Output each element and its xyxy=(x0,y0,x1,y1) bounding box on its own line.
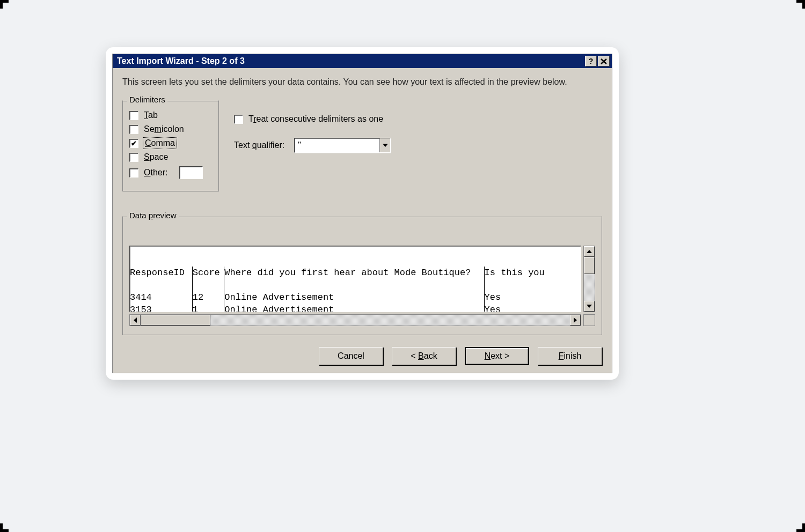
text-qualifier-dropdown-button[interactable] xyxy=(379,138,390,152)
checkbox-other-box[interactable] xyxy=(129,168,138,178)
checkbox-tab-label: Tab xyxy=(144,110,158,120)
text-qualifier-label: Text qualifier: xyxy=(234,141,284,150)
dialog-container: Text Import Wizard - Step 2 of 3 ? This … xyxy=(106,47,619,380)
delimiters-group: Delimiters Tab Semicolon Comma xyxy=(122,100,219,191)
checkbox-semicolon-label: Semicolon xyxy=(144,124,184,134)
arrow-up-icon xyxy=(587,250,592,253)
checkbox-comma-box[interactable] xyxy=(129,139,138,148)
cell xyxy=(224,279,482,291)
help-button[interactable]: ? xyxy=(585,56,597,66)
preview-column: ResponseID341431533148 xyxy=(130,267,193,312)
titlebar: Text Import Wizard - Step 2 of 3 ? xyxy=(113,54,612,68)
column-header: Where did you first hear about Mode Bout… xyxy=(224,267,482,279)
checkbox-comma[interactable]: Comma xyxy=(129,138,212,148)
column-header: Is this you xyxy=(485,267,580,279)
text-import-wizard-dialog: Text Import Wizard - Step 2 of 3 ? This … xyxy=(112,54,612,373)
delimiters-legend: Delimiters xyxy=(127,95,167,104)
cell xyxy=(130,279,191,291)
checkbox-tab[interactable]: Tab xyxy=(129,110,212,120)
cell: 3414 xyxy=(130,291,191,304)
preview-column: Score1216 xyxy=(193,267,224,312)
cell: 12 xyxy=(193,291,223,304)
cell: Online Advertisement xyxy=(224,291,482,304)
vertical-scroll-thumb[interactable] xyxy=(584,257,595,274)
button-row: Cancel < Back Next > Finish xyxy=(122,347,602,365)
cell: Yes xyxy=(485,304,580,312)
column-header: Score xyxy=(193,267,223,279)
cell xyxy=(193,279,223,291)
checkbox-space-label: Space xyxy=(144,152,168,162)
cancel-button-label: Cancel xyxy=(338,351,364,361)
cell xyxy=(485,279,580,291)
scroll-corner xyxy=(583,314,595,326)
other-delimiter-input[interactable] xyxy=(179,166,203,179)
checkbox-semicolon-box[interactable] xyxy=(129,125,138,134)
scroll-down-button[interactable] xyxy=(584,301,595,312)
cell: 3153 xyxy=(130,304,191,312)
checkbox-treat-consecutive[interactable]: Treat consecutive delimiters as one xyxy=(234,114,391,124)
cell: Online Advertisement xyxy=(224,304,482,312)
scroll-up-button[interactable] xyxy=(584,246,595,257)
checkbox-comma-label: Comma xyxy=(144,138,176,148)
description-text: This screen lets you set the delimiters … xyxy=(122,76,602,88)
checkbox-tab-box[interactable] xyxy=(129,111,138,120)
checkbox-other-label: Other: xyxy=(144,168,167,178)
data-preview-legend: Data preview xyxy=(127,211,179,220)
chevron-down-icon xyxy=(383,144,388,147)
finish-button-label: Finish xyxy=(559,351,582,361)
preview-column: Is this youYesYesYes xyxy=(485,267,581,312)
finish-button[interactable]: Finish xyxy=(538,347,602,365)
checkbox-semicolon[interactable]: Semicolon xyxy=(129,124,212,134)
horizontal-scroll-thumb[interactable] xyxy=(141,315,210,326)
window-title: Text Import Wizard - Step 2 of 3 xyxy=(117,56,245,66)
close-button[interactable] xyxy=(598,56,610,66)
text-qualifier-combo[interactable]: " xyxy=(294,138,391,153)
checkbox-treat-consecutive-label: Treat consecutive delimiters as one xyxy=(248,114,383,124)
data-preview-table: ResponseID341431533148Score1216Where did… xyxy=(129,246,581,312)
scroll-left-button[interactable] xyxy=(130,315,141,326)
back-button-label: < Back xyxy=(411,351,437,361)
next-button-label: Next > xyxy=(485,351,510,361)
checkbox-other[interactable]: Other: xyxy=(129,166,212,179)
arrow-right-icon xyxy=(574,317,577,323)
cell: Yes xyxy=(485,291,580,304)
checkbox-treat-consecutive-box[interactable] xyxy=(234,115,243,124)
data-preview-group: Data preview ResponseID341431533148Score… xyxy=(122,216,602,335)
back-button[interactable]: < Back xyxy=(392,347,456,365)
arrow-left-icon xyxy=(134,317,137,323)
column-header: ResponseID xyxy=(130,267,191,279)
cell: 1 xyxy=(193,304,223,312)
vertical-scroll-track[interactable] xyxy=(584,257,595,301)
next-button[interactable]: Next > xyxy=(465,347,529,365)
horizontal-scrollbar[interactable] xyxy=(129,314,581,326)
checkbox-space[interactable]: Space xyxy=(129,152,212,162)
close-icon xyxy=(601,58,607,64)
cancel-button[interactable]: Cancel xyxy=(319,347,383,365)
vertical-scrollbar[interactable] xyxy=(583,246,595,312)
horizontal-scroll-track[interactable] xyxy=(141,315,570,326)
checkbox-space-box[interactable] xyxy=(129,153,138,162)
preview-column: Where did you first hear about Mode Bout… xyxy=(224,267,484,312)
text-qualifier-value: " xyxy=(295,141,379,150)
arrow-down-icon xyxy=(587,305,592,308)
scroll-right-button[interactable] xyxy=(570,315,581,326)
